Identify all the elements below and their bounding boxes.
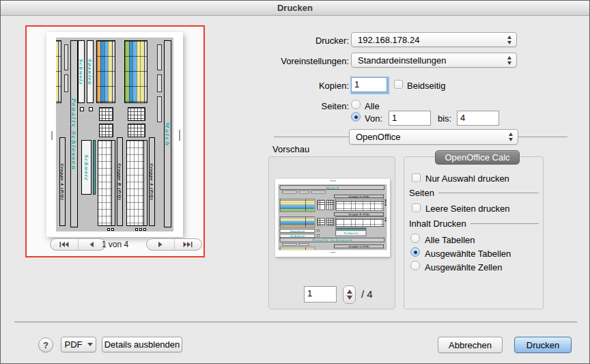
score-box-1 xyxy=(318,229,320,232)
print-page-preview: Match Gruppe A (P/Q) Gruppe B (P/Q) Span… xyxy=(46,32,183,237)
presets-popup-value: Standardeinstellungen xyxy=(358,55,446,66)
last-page-button[interactable] xyxy=(174,239,202,250)
group-a-standings-table xyxy=(335,199,384,210)
dialog-title: Drucken xyxy=(277,3,313,13)
group-a-header-2: Gruppe A (P/Q) xyxy=(59,137,66,226)
meta-fields-2 xyxy=(282,243,332,245)
print-empty-pages-checkbox[interactable] xyxy=(412,204,421,212)
winner-box: Schweiz xyxy=(335,230,366,236)
popup-arrows-icon xyxy=(507,36,511,44)
hide-details-button[interactable]: Details ausblenden xyxy=(102,337,182,352)
next-page-button[interactable] xyxy=(147,239,174,250)
printer-popup[interactable]: 192.168.178.24 xyxy=(351,32,517,47)
twosided-label: Beidseitig xyxy=(407,81,445,91)
winner-box: Schweiz xyxy=(81,140,92,195)
sheet-content-area: Match Gruppe A (P/Q) Gruppe B (P/Q) Span… xyxy=(278,184,387,250)
pages-from-input[interactable]: 1 xyxy=(389,111,431,126)
print-button[interactable]: Drucken xyxy=(514,337,572,353)
selected-tables-label: Ausgewählte Tabellen xyxy=(425,249,511,259)
printer-label: Drucker: xyxy=(212,36,349,46)
group-a-pairings-table xyxy=(280,199,315,212)
divider-right xyxy=(518,137,567,137)
spanien-label-bar: Spanien xyxy=(87,40,94,103)
pages-group-label: Seiten xyxy=(409,188,434,198)
meta-fields-2 xyxy=(64,44,68,133)
penalty-title: Penalty Schiessen xyxy=(312,238,352,242)
presets-label: Voreinstellungen: xyxy=(212,56,349,66)
cancel-button[interactable]: Abbrechen xyxy=(438,337,503,353)
pages-group-header: Seiten xyxy=(409,188,539,198)
preview-page-input[interactable]: 1 xyxy=(304,286,337,303)
group-a-pairings-table xyxy=(124,40,148,103)
group-b-header: Gruppe B (P/Q) xyxy=(117,137,123,226)
schweiz-label-bar: Schweiz xyxy=(78,40,85,103)
selected-cells-radio[interactable] xyxy=(410,261,420,270)
print-selection-checkbox[interactable] xyxy=(412,173,421,182)
pages-to-input[interactable]: 4 xyxy=(457,111,499,126)
content-group-label: Inhalt Drucken xyxy=(409,219,466,229)
popup-arrows-icon xyxy=(507,56,511,65)
match-title-bar: Match xyxy=(280,186,384,190)
pages-from-radio[interactable] xyxy=(351,112,361,122)
pdf-menu-button[interactable]: PDF xyxy=(61,337,96,352)
all-tables-radio[interactable] xyxy=(410,234,420,243)
group-b-side-markers xyxy=(385,218,387,222)
title-bar: Drucken xyxy=(1,1,589,16)
group-b-pairings-table xyxy=(280,216,315,227)
group-b-pairings-table xyxy=(96,40,115,103)
copies-input[interactable]: 1 xyxy=(351,77,387,92)
content-group-header: Inhalt Drucken xyxy=(409,219,539,229)
meta-fields xyxy=(282,191,332,193)
penalty-title-bar: Penalty Schiessen xyxy=(280,238,384,242)
group-a-header-2: Gruppe A (P/Q) xyxy=(334,244,384,248)
app-options-popup[interactable]: OpenOffice xyxy=(349,129,518,145)
match-title-bar: Match xyxy=(164,40,171,227)
pages-from-label: Von: xyxy=(365,113,382,124)
preview-total-pages: / 4 xyxy=(361,288,373,300)
pages-all-radio[interactable] xyxy=(351,100,361,109)
print-empty-pages-label: Leere Seiten drucken xyxy=(425,204,510,214)
cancel-button-label: Abbrechen xyxy=(449,340,492,350)
preview-panel: Match Gruppe A (P/Q) Gruppe B (P/Q) Span… xyxy=(268,156,395,309)
group-a-standings-table xyxy=(126,140,148,226)
print-button-label: Drucken xyxy=(526,340,559,350)
group-b-score-grid-2 xyxy=(99,124,113,137)
pdf-caret-icon xyxy=(87,343,93,346)
last-page-icon xyxy=(182,240,193,249)
preview-page-stepper[interactable] xyxy=(343,285,356,304)
pages-to-label: bis: xyxy=(438,113,451,124)
group-b-score-grid-1 xyxy=(318,218,325,226)
match-title: Match xyxy=(325,186,339,190)
twosided-checkbox[interactable] xyxy=(394,80,403,89)
preview-section-label: Vorschau xyxy=(272,144,309,154)
mini-page-thumbnail: Match Gruppe A (P/Q) Gruppe B (P/Q) Span… xyxy=(275,179,390,257)
help-button[interactable]: ? xyxy=(38,337,53,352)
penalty-pairings-table xyxy=(56,40,61,103)
penalty-title: Penalty Schiessen xyxy=(71,98,78,170)
page-footer-text xyxy=(331,252,335,253)
presets-popup[interactable]: Standardeinstellungen xyxy=(351,53,517,68)
meta-fields xyxy=(157,44,162,133)
pages-label: Seiten: xyxy=(212,101,349,111)
score-box-2 xyxy=(80,107,84,111)
group-b-side-markers xyxy=(107,228,114,231)
divider-left xyxy=(274,137,349,137)
nav-forward-segment xyxy=(146,238,202,251)
spanien-label-bar: Spanien xyxy=(280,229,315,233)
page-header-text xyxy=(179,130,180,141)
penalty-pairings-table xyxy=(280,247,315,250)
next-page-icon xyxy=(156,240,165,249)
match-title: Match xyxy=(165,122,171,146)
group-a-score-grid-1 xyxy=(318,200,325,210)
penalty-title-bar: Penalty Schiessen xyxy=(70,40,78,227)
selected-tables-radio[interactable] xyxy=(410,247,420,257)
print-page-preview: Match Gruppe A (P/Q) Gruppe B (P/Q) Span… xyxy=(275,179,390,255)
page-footer-text xyxy=(51,131,53,140)
footer-separator xyxy=(14,322,577,322)
popup-arrows-icon xyxy=(509,132,513,141)
pages-all-label: Alle xyxy=(365,101,380,111)
pdf-button-label: PDF xyxy=(65,339,83,350)
group-b-header: Gruppe B (P/Q) xyxy=(334,212,384,216)
preview-navigation: 1 von 4 xyxy=(27,238,203,253)
selected-cells-label: Ausgewählte Zellen xyxy=(425,262,502,272)
